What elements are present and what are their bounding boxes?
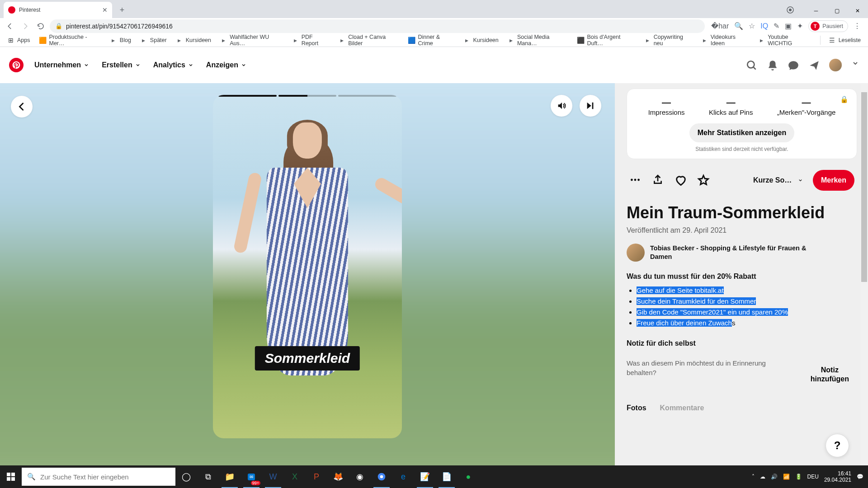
scrollbar-thumb[interactable] [861, 92, 867, 282]
notes-icon[interactable]: 📄 [436, 465, 458, 488]
bookmark-item[interactable]: ▸Später [137, 34, 170, 47]
nav-erstellen[interactable]: Erstellen [102, 61, 141, 69]
bookmark-item[interactable]: ▸PDF Report [288, 34, 334, 47]
excel-icon[interactable]: X [284, 465, 306, 488]
bookmark-item[interactable]: ▸Youtube WICHTIG [755, 34, 816, 47]
add-note-button[interactable]: Notizhinzufügen [802, 358, 857, 390]
help-button[interactable]: ? [826, 434, 849, 457]
bookmark-item[interactable]: ▸Cload + Canva Bilder [335, 34, 402, 47]
star-icon[interactable] [697, 174, 710, 187]
cortana-icon[interactable]: ◯ [175, 465, 197, 488]
close-window-button[interactable]: ✕ [847, 4, 868, 18]
account-dot-icon[interactable] [784, 4, 797, 16]
progress-segment [338, 95, 396, 97]
step-item: Suche dein Traumkleid für den Sommer [637, 296, 857, 307]
nav-unternehmen[interactable]: Unternehmen [34, 61, 89, 69]
edge-icon[interactable]: e [392, 465, 414, 488]
forward-icon[interactable] [19, 20, 32, 33]
tab-comments[interactable]: Kommentare [660, 404, 704, 412]
ext-icon-3[interactable]: ▣ [785, 22, 792, 30]
zoom-icon[interactable]: 🔍 [734, 22, 743, 30]
bookmark-item[interactable]: ⬛Bois d'Argent Duft… [573, 34, 638, 47]
bookmark-item[interactable]: ▸Copywriting neu [641, 34, 696, 47]
back-icon[interactable] [4, 20, 16, 33]
bookmark-item[interactable]: ▸Kursideen [459, 34, 502, 47]
bookmark-item[interactable]: 🟧Produktsuche - Mer… [36, 34, 104, 47]
search-icon[interactable] [746, 60, 757, 70]
scrollbar[interactable] [860, 83, 868, 465]
start-button[interactable] [0, 465, 22, 488]
tray-wifi-icon[interactable]: 📶 [783, 474, 790, 480]
extensions-icon[interactable]: ✦ [797, 22, 803, 30]
author-name: Tobias Becker - Shopping & Lifestyle für… [650, 244, 813, 262]
install-icon[interactable]: �har [711, 22, 729, 30]
tray-volume-icon[interactable]: 🔊 [771, 474, 778, 480]
back-button[interactable] [11, 96, 33, 117]
tray-chevron-icon[interactable]: ˄ [752, 474, 755, 480]
share-icon[interactable] [652, 174, 665, 187]
pin-controls [551, 95, 601, 117]
tray-lang[interactable]: DEU [807, 474, 819, 480]
send-icon[interactable] [808, 60, 819, 70]
powerpoint-icon[interactable]: P [306, 465, 327, 488]
tab-photos[interactable]: Fotos [627, 404, 646, 412]
pinterest-logo[interactable] [9, 58, 24, 72]
save-button[interactable]: Merken [813, 170, 854, 191]
bell-icon[interactable] [767, 60, 778, 70]
chrome-icon[interactable] [371, 465, 392, 488]
ext-icon-1[interactable]: IQ [760, 22, 768, 30]
bookmark-item[interactable]: ▸Kursideen [172, 34, 215, 47]
maximize-button[interactable]: ▢ [826, 4, 847, 18]
bookmark-item[interactable]: ☰Leseliste [825, 34, 864, 47]
pin-card[interactable]: Sommerkleid [213, 95, 402, 438]
more-stats-button[interactable]: Mehr Statistiken anzeigen [689, 123, 795, 142]
ext-icon-2[interactable]: ✎ [774, 22, 779, 30]
firefox-icon[interactable]: 🦊 [327, 465, 349, 488]
chat-icon[interactable] [788, 60, 798, 70]
bookmark-item[interactable]: ▸Social Media Mana… [504, 34, 572, 47]
folder-icon: ▸ [339, 37, 345, 44]
tray-cloud-icon[interactable]: ☁ [760, 474, 765, 480]
profile-chip[interactable]: T Pausiert [808, 20, 848, 32]
note-title: Notiz für dich selbst [627, 339, 857, 347]
bookmark-item[interactable]: ▸Videokurs Ideen [698, 34, 753, 47]
tab-close-icon[interactable]: ✕ [102, 6, 108, 14]
chevron-down-icon[interactable] [852, 60, 859, 70]
bookmark-item[interactable]: 🟦Dinner & Crime [404, 34, 458, 47]
spotify-icon[interactable]: ● [458, 465, 479, 488]
svg-point-3 [631, 179, 633, 181]
minimize-button[interactable]: ─ [806, 4, 826, 18]
author-row[interactable]: Tobias Becker - Shopping & Lifestyle für… [627, 244, 857, 262]
bookmark-item[interactable]: ⊞Apps [4, 34, 34, 47]
nav-anzeigen[interactable]: Anzeigen [206, 61, 246, 69]
board-name: Kurze Somm… [753, 176, 793, 184]
skip-button[interactable] [580, 95, 601, 117]
task-view-icon[interactable]: ⧉ [197, 465, 219, 488]
board-selector[interactable]: Kurze Somm… [753, 176, 803, 184]
bookmark-item[interactable]: ▸Wahlfächer WU Aus… [217, 34, 287, 47]
explorer-icon[interactable]: 📁 [219, 465, 241, 488]
user-avatar[interactable] [829, 59, 842, 71]
notepad-icon[interactable]: 📝 [414, 465, 436, 488]
taskbar-search[interactable]: 🔍 Zur Suche Text hier eingeben [22, 468, 175, 486]
kebab-menu-icon[interactable]: ⋮ [854, 22, 861, 30]
tray-battery-icon[interactable]: 🔋 [795, 474, 802, 480]
folder-icon: ▸ [176, 37, 183, 44]
sound-button[interactable] [551, 95, 572, 117]
tray-notifications-icon[interactable]: 💬 [857, 474, 863, 480]
heart-icon[interactable] [675, 174, 687, 187]
mail-icon[interactable]: ✉ 99+ [241, 465, 262, 488]
nav-analytics[interactable]: Analytics [153, 61, 193, 69]
tray-clock[interactable]: 16:41 29.04.2021 [824, 470, 851, 483]
more-icon[interactable] [629, 174, 642, 187]
pin-stage: Sommerkleid [0, 83, 615, 465]
bookmark-star-icon[interactable]: ☆ [749, 22, 755, 30]
bookmark-item[interactable]: ▸Blog [106, 34, 135, 47]
new-tab-button[interactable]: + [116, 4, 128, 16]
url-bar[interactable]: 🔒 pinterest.at/pin/915427061726949616 [50, 19, 705, 33]
reload-icon[interactable] [34, 20, 47, 33]
browser-tab[interactable]: Pinterest ✕ [4, 2, 112, 18]
obs-icon[interactable]: ◉ [349, 465, 371, 488]
folder-icon: ▸ [220, 37, 227, 44]
word-icon[interactable]: W [262, 465, 284, 488]
